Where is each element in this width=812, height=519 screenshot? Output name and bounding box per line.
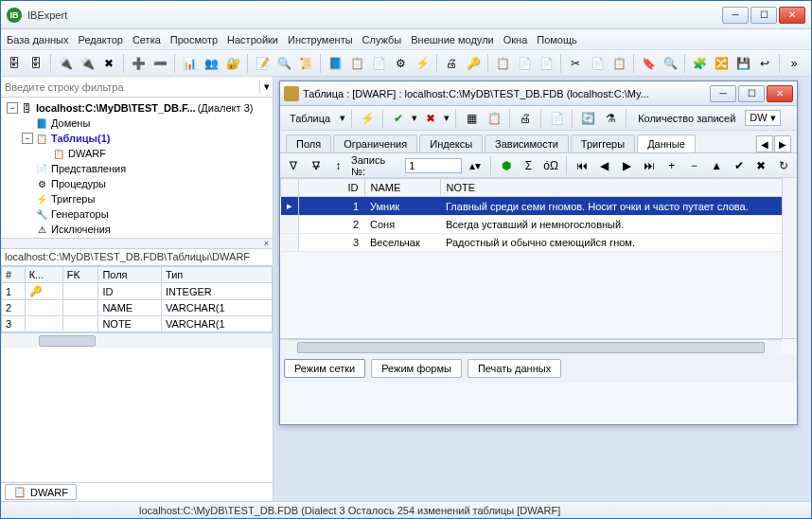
tree-root[interactable]: − 🗄 localhost:C:\MyDB\TEST_DB.F... (Диал…: [3, 100, 271, 116]
form-icon[interactable]: 📋: [485, 109, 503, 128]
print2-icon[interactable]: 🖨: [516, 109, 535, 128]
script-icon[interactable]: 📜: [296, 54, 315, 73]
tab-next-icon[interactable]: ▶: [774, 135, 791, 152]
tree-node[interactable]: 📄Представления: [3, 161, 271, 176]
bottom-tab-dwarf[interactable]: 📋 DWARF: [5, 484, 77, 500]
copy-icon[interactable]: 📄: [515, 54, 534, 73]
filter-dropdown-icon[interactable]: ▾: [259, 81, 273, 93]
field-row[interactable]: 3NOTEVARCHAR(1: [2, 316, 273, 332]
table-selector[interactable]: DW ▾: [745, 110, 780, 126]
reconnect-icon[interactable]: 🔌: [78, 54, 97, 73]
maximize-button[interactable]: ☐: [750, 7, 777, 24]
drop-db-icon[interactable]: ➖: [150, 54, 169, 73]
field-header[interactable]: Поля: [98, 267, 162, 283]
users-icon[interactable]: 👥: [202, 54, 221, 73]
new-domain-icon[interactable]: 📘: [326, 54, 344, 73]
table-menu[interactable]: Таблица: [284, 111, 336, 126]
menu-plugins[interactable]: Внешние модули: [411, 34, 493, 45]
menu-view[interactable]: Просмотр: [170, 34, 218, 45]
mdi-tab[interactable]: Зависимости: [485, 134, 569, 152]
new-db-icon[interactable]: ➕: [129, 54, 148, 73]
filter-icon[interactable]: ∇: [284, 156, 303, 175]
filter-input[interactable]: [1, 80, 259, 95]
mdi-tab[interactable]: Данные: [637, 134, 696, 152]
nav-refresh-icon[interactable]: ↻: [774, 156, 793, 175]
nav-edit-icon[interactable]: ▲: [707, 156, 726, 175]
paste2-icon[interactable]: 📋: [609, 54, 628, 73]
new-trigger-icon[interactable]: ⚡: [413, 54, 432, 73]
nav-prev-icon[interactable]: ◀: [595, 156, 614, 175]
field-row[interactable]: 2NAMEVARCHAR(1: [2, 300, 273, 316]
db-register-icon[interactable]: 🗄: [5, 54, 24, 73]
filter-clear-icon[interactable]: ∇̶: [307, 156, 326, 175]
mdi-tab[interactable]: Ограничения: [333, 134, 417, 152]
mdi-tab[interactable]: Поля: [286, 134, 331, 152]
grid-row[interactable]: ▸1УмникГлавный среди семи гномов. Носит …: [281, 197, 797, 216]
close-button[interactable]: ✕: [779, 7, 805, 24]
clipboard-icon[interactable]: 📋: [493, 54, 512, 73]
tree-node[interactable]: ⚠Исключения: [3, 222, 271, 237]
tree-node[interactable]: −📋Таблицы (1): [3, 131, 271, 146]
tree-node[interactable]: 📘Домены: [3, 116, 271, 131]
field-header[interactable]: FK: [62, 267, 98, 283]
refresh-icon[interactable]: 🔄: [578, 109, 597, 128]
data-grid[interactable]: IDNAMENOTE▸1УмникГлавный среди семи гном…: [280, 178, 797, 252]
menu-settings[interactable]: Настройки: [227, 34, 278, 45]
menu-windows[interactable]: Окна: [503, 34, 528, 45]
nav-delete-icon[interactable]: −: [685, 156, 704, 175]
left-hscrollbar[interactable]: [1, 332, 273, 348]
minimize-button[interactable]: ─: [722, 7, 749, 24]
find-icon[interactable]: 🔍: [661, 54, 680, 73]
nav-post-icon[interactable]: ✔: [730, 156, 749, 175]
paste-icon[interactable]: 📄: [537, 54, 556, 73]
disconnect-icon[interactable]: ✖: [99, 54, 118, 73]
query-builder-icon[interactable]: 🔍: [274, 54, 293, 73]
nav-last-icon[interactable]: ⏭: [640, 156, 659, 175]
connect-icon[interactable]: 🔌: [56, 54, 75, 73]
copy2-icon[interactable]: 📄: [588, 54, 607, 73]
cube-icon[interactable]: ⬢: [497, 156, 516, 175]
grid-icon[interactable]: ▦: [462, 109, 481, 128]
bookmark-icon[interactable]: 🔖: [639, 54, 658, 73]
mdi-tab[interactable]: Триггеры: [571, 134, 635, 152]
db-unregister-icon[interactable]: 🗄: [26, 54, 45, 73]
filter2-icon[interactable]: ⚗: [601, 109, 620, 128]
menu-db[interactable]: База данных: [7, 34, 69, 45]
tree-leaf[interactable]: 📋DWARF: [3, 146, 271, 161]
grid-header[interactable]: NOTE: [440, 179, 797, 197]
execute-icon[interactable]: ⚡: [358, 109, 377, 128]
more-icon[interactable]: »: [785, 54, 803, 73]
mode-button[interactable]: Режим сетки: [284, 359, 365, 378]
tree-node[interactable]: ⚙Процедуры: [3, 176, 271, 191]
grid-header[interactable]: NAME: [364, 179, 440, 197]
tab-prev-icon[interactable]: ◀: [756, 135, 773, 152]
field-header[interactable]: К...: [25, 267, 62, 283]
new-proc-icon[interactable]: ⚙: [391, 54, 410, 73]
nav-cancel-icon[interactable]: ✖: [752, 156, 771, 175]
key-icon[interactable]: 🔑: [464, 54, 483, 73]
sum-icon[interactable]: Σ: [520, 156, 538, 175]
compare-icon[interactable]: 🔀: [712, 54, 731, 73]
mdi-close-button[interactable]: ✕: [767, 85, 793, 102]
print-icon[interactable]: 🖨: [442, 54, 461, 73]
nav-first-icon[interactable]: ⏮: [573, 156, 591, 175]
panel-close-icon[interactable]: ×: [1, 238, 273, 249]
expand-icon[interactable]: −: [22, 133, 33, 144]
menu-grid[interactable]: Сетка: [132, 34, 161, 45]
rollback-icon[interactable]: ✖: [421, 109, 440, 128]
ddl-icon[interactable]: 📄: [547, 109, 566, 128]
nav-insert-icon[interactable]: +: [662, 156, 681, 175]
nav-next-icon[interactable]: ▶: [617, 156, 636, 175]
monitor-icon[interactable]: 📊: [180, 54, 199, 73]
menu-editor[interactable]: Редактор: [79, 34, 123, 45]
field-row[interactable]: 1🔑IDINTEGER: [2, 283, 273, 300]
omega-icon[interactable]: óΩ: [541, 156, 560, 175]
new-table-icon[interactable]: 📋: [347, 54, 366, 73]
grant-icon[interactable]: 🔐: [223, 54, 242, 73]
grid-vscrollbar[interactable]: [782, 178, 797, 338]
new-view-icon[interactable]: 📄: [369, 54, 388, 73]
commit-icon[interactable]: ✔: [389, 109, 408, 128]
restore-icon[interactable]: ↩: [755, 54, 774, 73]
record-number-input[interactable]: [405, 158, 462, 173]
grid-header[interactable]: ID: [298, 179, 364, 197]
